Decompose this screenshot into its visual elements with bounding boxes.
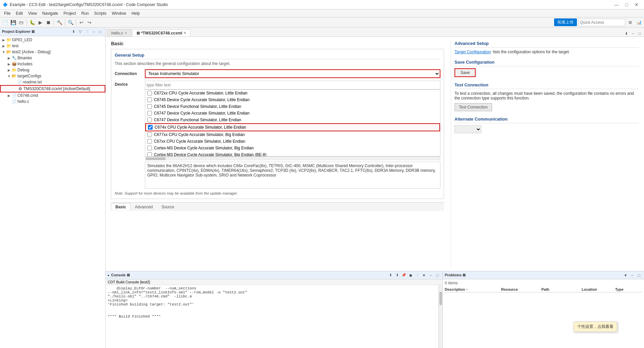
console-scrollbar[interactable]	[438, 285, 442, 348]
console-min-btn[interactable]: −	[428, 272, 434, 278]
config-tab-basic[interactable]: Basic	[111, 203, 130, 210]
device-list[interactable]: C672xx CPU Cycle Accurate Simulator, Lit…	[145, 89, 440, 156]
tab-helloc-close[interactable]: ✕	[124, 31, 127, 35]
sidebar-item-targetconfigs[interactable]: ▼ 📂 targetConfigs	[0, 73, 105, 79]
device-checkbox-2[interactable]	[147, 104, 152, 109]
sidebar-min-btn[interactable]: −	[91, 29, 97, 35]
console-up-btn[interactable]: ⬇	[394, 272, 400, 278]
config-tab-advanced[interactable]: Advanced	[130, 203, 157, 211]
target-config-link[interactable]: Target Configuration	[454, 50, 491, 54]
device-checkbox-7[interactable]	[147, 139, 152, 144]
device-label-7: C67xx CPU Cycle Accurate Simulator, Litt…	[154, 139, 245, 144]
device-checkbox-3[interactable]	[147, 111, 152, 116]
menu-project[interactable]: Project	[61, 9, 78, 17]
toolbar-layout-btn[interactable]: 📊	[635, 19, 643, 26]
menu-edit[interactable]: Edit	[13, 9, 25, 17]
toolbar-undo-btn[interactable]: ↩	[78, 19, 85, 26]
test-connection-button[interactable]: Test Connection	[454, 103, 492, 111]
console-max-btn[interactable]: □	[434, 272, 440, 278]
sidebar-item-test2[interactable]: ▼ 📂 test2 [Active - Debug]	[0, 49, 105, 55]
tab-helloc[interactable]: hello.c ✕	[107, 29, 131, 37]
toolbar-save-all-btn[interactable]: 🗃	[17, 19, 25, 26]
save-button[interactable]: Save	[454, 68, 476, 77]
console-stop-btn[interactable]: ⏹	[408, 272, 414, 278]
test-label: test	[12, 44, 104, 48]
tab-tms320ccxml[interactable]: ⊠ *TMS320C6748.ccxml ✕	[132, 29, 191, 37]
device-item-8[interactable]: Cortex-M3 Device Cycle Accurate Simulato…	[145, 145, 440, 151]
problems-menu-btn[interactable]: ▼	[623, 272, 629, 278]
alt-comm-select[interactable]	[454, 125, 481, 133]
device-list-hscroll[interactable]	[145, 156, 440, 160]
menu-view[interactable]: View	[25, 9, 40, 17]
editor-min-btn[interactable]: −	[630, 30, 636, 37]
sidebar-max-btn[interactable]: □	[97, 29, 103, 35]
quick-access-input[interactable]	[578, 19, 625, 26]
device-item-0[interactable]: C672xx CPU Cycle Accurate Simulator, Lit…	[145, 90, 440, 96]
tab-tms320ccxml-close[interactable]: ✕	[183, 31, 186, 35]
problems-max-btn[interactable]: □	[636, 272, 642, 278]
menu-window[interactable]: Window	[109, 9, 129, 17]
console-content[interactable]: display_ELFOr-number --num_sections --xm…	[106, 285, 438, 348]
tms320-icon: ⚙	[17, 86, 23, 91]
device-item-9[interactable]: Cortex-M3 Device Cycle Accurate Simulato…	[145, 151, 440, 156]
device-checkbox-9[interactable]	[147, 152, 152, 156]
sidebar-item-tms320[interactable]: ⚙ TMS320C6748.ccxml [Active/Default]	[0, 85, 105, 92]
sidebar-menu-btn[interactable]: ⋮	[84, 29, 90, 35]
sidebar-item-readme[interactable]: 📄 readme.txt	[0, 79, 105, 85]
toolbar-perspectives-btn[interactable]: ⊞	[627, 19, 634, 26]
config-left: Basic General Setup This section describ…	[111, 41, 444, 267]
connection-select[interactable]: Texas Instruments Simulator	[145, 69, 440, 78]
device-filter-input[interactable]	[145, 81, 440, 89]
minimize-button[interactable]: —	[612, 1, 621, 8]
device-checkbox-5[interactable]	[148, 125, 153, 130]
menu-help[interactable]: Help	[129, 9, 143, 17]
toolbar-search-btn[interactable]: 🔍	[67, 19, 74, 26]
device-item-4[interactable]: C6747 Device Functional Simulator, Littl…	[145, 117, 440, 123]
toolbar-save-btn[interactable]: 💾	[9, 19, 17, 26]
sidebar-item-debug[interactable]: ▶ 📁 Debug	[0, 67, 105, 73]
debug-icon: 📁	[11, 68, 17, 72]
editor-max-btn[interactable]: □	[637, 30, 643, 37]
device-item-1[interactable]: C6745 Device Cycle Accurate Simulator, L…	[145, 96, 440, 103]
toolbar-right: 拓接上传 ⊞ 📊	[554, 18, 643, 26]
device-item-7[interactable]: C67xx CPU Cycle Accurate Simulator, Litt…	[145, 138, 440, 145]
toolbar-build-btn[interactable]: 🔨	[56, 19, 63, 26]
device-checkbox-0[interactable]	[147, 91, 152, 95]
sidebar-item-gpio-led[interactable]: ▶ 📁 GPIO_LED	[0, 37, 105, 43]
device-item-6[interactable]: C677xx CPU Cycle Accurate Simulator, Big…	[145, 131, 440, 138]
sidebar-item-helloc[interactable]: 📄 hello.c	[0, 98, 105, 105]
problems-min-btn[interactable]: −	[629, 272, 635, 278]
sidebar-item-includes[interactable]: ▶ 📦 Includes	[0, 61, 105, 67]
device-item-5[interactable]: C674x CPU Cycle Accurate Simulator, Litt…	[145, 123, 440, 131]
maximize-button[interactable]: □	[622, 1, 631, 8]
device-item-3[interactable]: C6747 Device Cycle Accurate Simulator, L…	[145, 110, 440, 117]
device-checkbox-6[interactable]	[147, 132, 152, 137]
sidebar-filter-btn[interactable]: ▽	[77, 29, 83, 35]
toolbar-run-btn[interactable]: ▶	[37, 19, 44, 26]
toolbar-new-btn[interactable]: 📄	[1, 19, 9, 26]
device-item-2[interactable]: C6745 Device Functional Simulator, Littl…	[145, 103, 440, 110]
sidebar-item-test[interactable]: ▶ 📁 test	[0, 43, 105, 49]
console-pin-btn[interactable]: 📌	[401, 272, 407, 278]
close-button[interactable]: ✕	[632, 1, 641, 8]
quick-access-upload-btn[interactable]: 拓接上传	[554, 18, 577, 26]
sidebar-collapse-btn[interactable]: ⬇	[70, 29, 76, 35]
menu-scripts[interactable]: Scripts	[92, 9, 109, 17]
console-clear-btn[interactable]: ⬆	[387, 272, 393, 278]
toolbar-redo-btn[interactable]: ↪	[86, 19, 93, 26]
editor-tabs-menu-btn[interactable]: ⬇	[623, 30, 629, 37]
toolbar-debug-btn[interactable]: 🐛	[29, 19, 36, 26]
device-checkbox-4[interactable]	[147, 118, 152, 122]
device-checkbox-1[interactable]	[147, 97, 152, 102]
test-conn-title: Test Connection	[454, 82, 639, 89]
menu-navigate[interactable]: Navigate	[40, 9, 61, 17]
console-menu-btn[interactable]: ⋮	[414, 272, 420, 278]
sidebar-item-binaries[interactable]: ▶ 🔧 Binaries	[0, 55, 105, 61]
toolbar-stop-btn[interactable]: ⏹	[45, 19, 52, 26]
sidebar-item-c6748cmd[interactable]: ▶ 📄 C6748.cmd	[0, 92, 105, 98]
config-tab-source[interactable]: Source	[157, 203, 178, 211]
menu-run[interactable]: Run	[79, 9, 92, 17]
console-display-btn[interactable]: ▼	[421, 272, 427, 278]
menu-file[interactable]: File	[1, 9, 13, 17]
device-checkbox-8[interactable]	[147, 146, 152, 150]
